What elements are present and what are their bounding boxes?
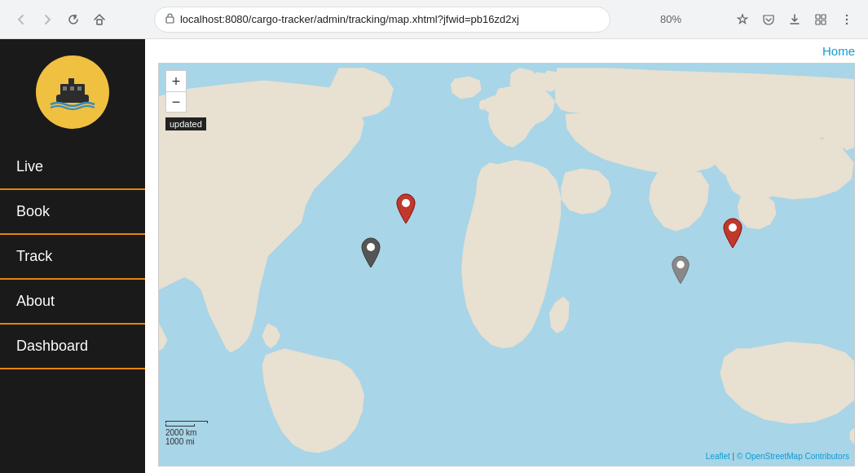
browser-actions — [731, 8, 858, 31]
nav-buttons — [10, 8, 111, 31]
svg-rect-12 — [70, 86, 74, 91]
map-container[interactable]: + − updated 2000 km 1000 mi Leaflet | © … — [158, 63, 855, 466]
map-controls: + − — [165, 70, 187, 113]
osm-link[interactable]: © OpenStreetMap Contributors — [737, 452, 849, 461]
download-button[interactable] — [783, 8, 806, 31]
sidebar-item-live[interactable]: Live — [0, 145, 145, 190]
zoom-in-button[interactable]: + — [165, 70, 187, 91]
marker-red-2 — [721, 217, 744, 253]
main-content: Home — [145, 39, 868, 473]
scale-label-km: 2000 km — [165, 428, 208, 437]
ship-logo-svg — [44, 64, 101, 121]
sidebar-item-dashboard[interactable]: Dashboard — [0, 325, 145, 369]
svg-point-16 — [402, 199, 410, 207]
zoom-out-button[interactable]: − — [165, 91, 187, 113]
svg-rect-3 — [822, 15, 826, 19]
leaflet-link[interactable]: Leaflet — [706, 452, 730, 461]
svg-point-17 — [367, 243, 375, 251]
menu-button[interactable] — [835, 8, 858, 31]
pocket-button[interactable] — [757, 8, 780, 31]
app-container: Live Book Track About Dashboard Home — [0, 39, 868, 473]
nav-items: Live Book Track About Dashboard — [0, 145, 145, 473]
svg-rect-0 — [97, 20, 102, 24]
security-icon — [165, 13, 175, 26]
top-bar: Home — [145, 39, 868, 63]
marker-red-1 — [394, 192, 417, 228]
svg-rect-11 — [63, 86, 67, 91]
sidebar-item-track[interactable]: Track — [0, 235, 145, 280]
star-button[interactable] — [731, 8, 754, 31]
scale-line-top — [165, 421, 208, 423]
sidebar-item-about[interactable]: About — [0, 280, 145, 325]
logo-circle — [36, 55, 109, 129]
home-link[interactable]: Home — [822, 44, 855, 58]
map-svg-wrapper — [159, 64, 854, 466]
reload-button[interactable] — [62, 8, 85, 31]
browser-chrome: localhost:8080/cargo-tracker/admin/track… — [0, 0, 868, 39]
map-scale: 2000 km 1000 mi — [165, 421, 208, 446]
world-map-svg — [159, 64, 854, 466]
marker-lightgray-1 — [670, 254, 691, 289]
sidebar-item-book[interactable]: Book — [0, 190, 145, 235]
svg-point-19 — [676, 261, 684, 268]
svg-rect-13 — [77, 86, 82, 91]
scale-bar — [165, 421, 208, 427]
zoom-level: 80% — [654, 13, 688, 25]
svg-rect-9 — [56, 95, 89, 103]
extensions-button[interactable] — [809, 8, 832, 31]
svg-rect-14 — [68, 78, 74, 86]
url-text: localhost:8080/cargo-tracker/admin/track… — [180, 13, 600, 25]
sidebar: Live Book Track About Dashboard — [0, 39, 145, 473]
home-nav-button[interactable] — [88, 8, 111, 31]
address-bar[interactable]: localhost:8080/cargo-tracker/admin/track… — [154, 7, 610, 33]
svg-point-6 — [846, 14, 848, 15]
back-button[interactable] — [10, 8, 33, 31]
marker-gray-1 — [359, 236, 382, 272]
updated-badge: updated — [165, 117, 206, 130]
svg-rect-5 — [822, 20, 826, 24]
map-attribution: Leaflet | © OpenStreetMap Contributors — [706, 452, 849, 461]
forward-button[interactable] — [36, 8, 59, 31]
svg-rect-4 — [816, 20, 820, 24]
svg-point-8 — [846, 22, 848, 24]
scale-label-mi: 1000 mi — [165, 437, 208, 446]
sidebar-logo — [0, 39, 145, 145]
svg-rect-1 — [166, 17, 174, 23]
svg-point-18 — [729, 223, 737, 232]
svg-point-7 — [846, 18, 848, 20]
scale-line-bottom — [165, 424, 195, 427]
svg-rect-2 — [816, 15, 820, 19]
